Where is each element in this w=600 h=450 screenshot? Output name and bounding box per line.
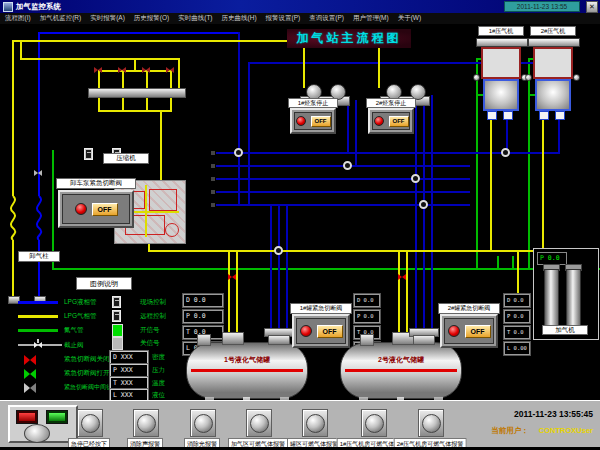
tank1-label: 1号液化气储罐	[187, 355, 307, 365]
unload-area-label: 卸气柱	[18, 251, 60, 262]
legend-line-nitrogen	[18, 329, 58, 332]
right-instrument-stack: D 0.0 P 0.0 T 0.0 L 0.00	[504, 294, 530, 358]
red-indicator	[16, 410, 38, 424]
unload-valve-panel: OFF	[58, 190, 134, 228]
menu-item-query-settings[interactable]: 查询设置(P)	[309, 14, 344, 23]
valve-icon	[398, 274, 406, 280]
menu-item-user-mgmt[interactable]: 用户管理(M)	[353, 14, 389, 23]
menu-item-dispenser-monitor[interactable]: 加气机监控(R)	[40, 14, 82, 23]
pump-status-lamp	[296, 116, 306, 126]
alarm-lamp	[77, 409, 103, 437]
status-bar: 急停已经按下 消除声报警 消除光报警 加气区可燃气体报警 罐区可燃气体报警 1#…	[0, 400, 600, 448]
instrument-value: L 0.00	[504, 342, 530, 355]
tank-nozzle	[268, 335, 290, 345]
current-user-label: 当前用户：	[491, 426, 529, 436]
legend-label: 远程控制	[140, 312, 166, 321]
tank1-valve-label: 1#罐紧急切断阀	[290, 303, 352, 314]
flange-icon	[274, 246, 283, 255]
instrument-value: D 0.0	[504, 294, 530, 307]
legend-display: P XXX	[110, 364, 148, 377]
pipe-segment	[248, 62, 250, 204]
tank2-valve-panel: OFF	[440, 314, 498, 348]
legend-label: 密度	[152, 353, 165, 362]
alarm-lamp	[302, 409, 328, 437]
pipe-segment	[431, 95, 433, 332]
pump-status-lamp	[374, 116, 384, 126]
instrument-value: T 0.0	[504, 326, 530, 339]
dispenser-column	[566, 269, 581, 329]
legend-display: D XXX	[110, 351, 148, 364]
pipe-segment	[122, 96, 124, 110]
pipe-segment	[278, 204, 280, 332]
pipe-cap	[211, 177, 215, 181]
menu-item-flow[interactable]: 流程图(I)	[5, 14, 31, 23]
compressor-body	[481, 47, 521, 79]
app-icon	[3, 2, 13, 12]
menu-item-about[interactable]: 关于(W)	[398, 14, 421, 23]
valve-status-lamp	[300, 325, 312, 337]
tank-nozzle	[413, 335, 435, 345]
instrument-value: P 0.0	[183, 310, 223, 323]
bolt-icon	[573, 74, 580, 81]
pump1-off-button[interactable]: OFF	[311, 116, 331, 127]
pipe-segment	[476, 58, 478, 268]
legend-label: LPG气相管	[64, 312, 97, 321]
legend-label: 开信号	[140, 326, 160, 335]
valve-icon	[142, 67, 150, 73]
pipe-segment	[228, 250, 230, 336]
instrument-value: P 0.0	[504, 310, 530, 323]
tank2-valve-off-button[interactable]: OFF	[465, 325, 491, 338]
alarm-lamp	[190, 409, 216, 437]
legend-label: 氮气管	[64, 326, 84, 335]
pipe-segment	[423, 95, 425, 332]
tank1-valve-off-button[interactable]: OFF	[317, 325, 343, 338]
pump2-off-button[interactable]: OFF	[389, 116, 409, 127]
menu-item-realtime-trend[interactable]: 实时曲线(T)	[178, 14, 212, 23]
pipe-segment	[558, 120, 560, 152]
pipe-segment	[12, 40, 14, 196]
flange-icon	[234, 148, 243, 157]
pipe-segment	[160, 110, 162, 180]
tank-nozzle	[197, 334, 211, 346]
legend-label: LPG液相管	[64, 298, 97, 307]
dispenser-column	[544, 269, 559, 329]
valve-icon	[166, 67, 174, 73]
tank-nozzle	[360, 334, 374, 346]
menu-bar: 流程图(I) 加气机监控(R) 实时报警(A) 历史报警(O) 实时曲线(T) …	[0, 13, 600, 24]
pipe-segment	[12, 240, 14, 298]
local-control-icon	[112, 296, 121, 308]
current-user-value: CONTROXUser	[539, 426, 593, 436]
menu-item-realtime-alarm[interactable]: 实时报警(A)	[90, 14, 125, 23]
menu-item-alarm-settings[interactable]: 报警设置(P)	[266, 14, 301, 23]
compressor-connector	[503, 111, 513, 120]
skid-label: 压缩机	[103, 153, 149, 164]
pipe-segment	[517, 250, 519, 294]
estop-button[interactable]	[24, 424, 50, 443]
dispenser-unit: P 0.0 加气机	[533, 248, 599, 340]
valve-icon	[94, 67, 102, 73]
pipe-segment	[38, 32, 238, 34]
compressor2-label: 2#压气机	[530, 26, 576, 36]
pump1-stop-label: 1#烃泵停止	[288, 98, 338, 108]
compressor1-label: 1#压气机	[478, 26, 524, 36]
close-icon[interactable]: ✕	[586, 1, 598, 13]
unload-valve-off-button[interactable]: OFF	[92, 203, 118, 216]
legend-label: 紧急切断阀关闭	[64, 355, 110, 364]
tank-1: 1号液化气储罐	[186, 342, 308, 399]
menu-item-history-trend[interactable]: 历史曲线(H)	[222, 14, 257, 23]
compressor-slab	[476, 38, 528, 47]
alarm-lamp	[133, 409, 159, 437]
legend-label: 现场控制	[140, 298, 166, 307]
menu-item-history-alarm[interactable]: 历史报警(O)	[134, 14, 169, 23]
compressor-connector	[539, 111, 549, 120]
diagram-title: 加气站主流程图	[287, 29, 411, 48]
tank2-valve-label: 2#罐紧急切断阀	[438, 303, 500, 314]
compressor-motor	[483, 79, 519, 111]
pipe-segment	[542, 120, 544, 250]
close-signal-icon	[112, 337, 123, 350]
dispenser-label: 加气机	[542, 325, 588, 335]
compressor-connector	[555, 111, 565, 120]
valve-icon	[118, 67, 126, 73]
pump2-stop-panel: OFF	[368, 108, 414, 134]
legend-line-gas	[18, 315, 58, 318]
